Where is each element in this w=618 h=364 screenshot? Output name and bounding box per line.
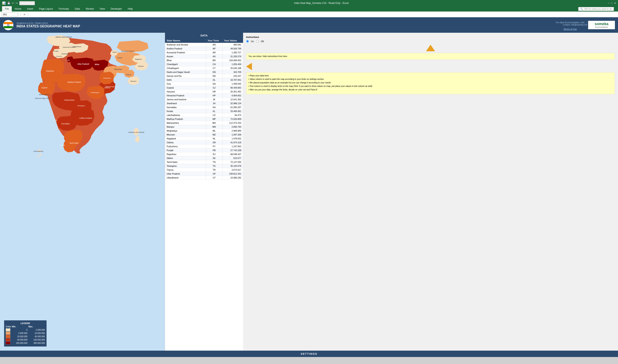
text-cell: UT [206,176,222,180]
svg-text:Dadra and Nagar Haveli: Dadra and Nagar Haveli [35,98,50,99]
table-row[interactable]: Sikkim SK 610.577 [165,156,243,160]
maximize-icon[interactable]: □ [611,2,612,4]
text-cell: BR [206,58,222,62]
tab-developer[interactable]: Developer [108,6,125,12]
cell-reference[interactable] [2,13,18,16]
svg-text:Jharkhand: Jharkhand [103,77,111,79]
legend-max-value: 300.000.000 [28,342,45,344]
legend-color-swatch [6,328,10,331]
legend-max-value: 40.000.000 [28,335,45,338]
table-row[interactable]: Tripura TR 3.673.917 [165,168,243,172]
instructions-off-radio[interactable] [256,40,259,43]
table-row[interactable]: Bihar BR 104.099.452 [165,58,243,62]
legend-row: 100.000.000 300.000.000 [6,342,45,344]
table-row[interactable]: Puducherry PY 1.247.953 [165,144,243,148]
svg-text:Delhi: Delhi [66,59,70,61]
tab-help[interactable]: Help [125,6,136,12]
redo-icon[interactable]: ↪ [16,2,18,4]
tab-review[interactable]: Review [83,6,97,12]
table-row[interactable]: Daman and Diu DD 243.247 [165,74,243,78]
logo-sub: Excel Solutions [595,26,608,28]
table-row[interactable]: Dadra and Nagar Haveli DN 343.709 [165,70,243,74]
text-cell: DD [206,74,222,78]
table-row[interactable]: Assam AS 31.205.576 [165,54,243,58]
table-row[interactable]: Uttar Pradesh UP 199.812.341 [165,172,243,176]
table-row[interactable]: Kerala KL 33.406.061 [165,109,243,113]
formula-input[interactable] [31,13,616,16]
undo-icon[interactable]: ↩ [12,2,14,4]
svg-text:Kerala: Kerala [60,144,65,146]
table-row[interactable]: Andaman and Nicobar AN 380.581 [165,43,243,47]
headings-group[interactable]: Headings ▾ [19,1,35,5]
table-row[interactable]: Delhi DL 16.787.941 [165,78,243,82]
dropdown-icon[interactable]: ▾ [32,2,33,4]
value-cell: 41.974.218 [222,141,243,144]
tip-item: • Place your data here [248,75,613,77]
tab-data[interactable]: Data [72,6,83,12]
table-row[interactable]: Tamil Nadu TN 72.147.030 [165,160,243,164]
value-cell: 61.095.297 [222,105,243,109]
table-row[interactable]: Haryana HR 25.351.462 [165,90,243,94]
svg-text:Andaman and Nicobar: Andaman and Nicobar [128,131,144,133]
table-row[interactable]: Himachal Pradesh HP 6.864.602 [165,94,243,98]
settings-bar: SETTINGS [0,351,618,357]
terms-link[interactable]: Terms of Use [564,28,577,30]
table-row[interactable]: Telangana TG 35.193.978 [165,164,243,168]
legend-min-value: 10.000.000 [12,335,28,338]
table-row[interactable]: Arunachal Pradesh AR 1.383.727 [165,51,243,54]
value-cell: 104.099.452 [222,58,243,62]
value-cell: 32.988.134 [222,102,243,105]
state-name-cell: Dadra and Nagar Haveli [165,70,206,74]
table-row[interactable]: Mizoram MZ 1.097.206 [165,133,243,137]
table-row[interactable]: Chhattisgarh CT 25.545.198 [165,66,243,70]
tab-home[interactable]: Home [12,6,24,12]
tab-file[interactable]: File [2,6,12,12]
table-row[interactable]: Chandigarh CH 1.055.450 [165,62,243,66]
state-name-cell: Lakshadweep [165,113,206,117]
instructions-on-radio[interactable] [246,40,249,43]
value-cell: 25.545.198 [222,66,243,70]
text-cell: DL [206,78,222,82]
tab-formulas[interactable]: Formulas [56,6,72,12]
table-row[interactable]: Maharashtra MH 112.374.333 [165,121,243,125]
fx-label: fx [24,13,26,16]
text-cell: AS [206,54,222,58]
table-row[interactable]: Goa GA 1.458.545 [165,82,243,86]
value-cell: 49.506.799 [222,47,243,51]
tab-page-layout[interactable]: Page Layout [36,6,56,12]
svg-rect-3 [4,26,13,28]
ribbon-search[interactable]: 🔍 Tell me what you want to do [578,7,614,11]
table-row[interactable]: Odisha OR 41.974.218 [165,141,243,144]
close-icon[interactable]: ✕ [614,2,616,4]
data-area[interactable]: DATA State Names Your Texts Your Values … [165,33,243,351]
legend-max-value: 2.000.000 [28,329,45,331]
svg-text:Andhra Pradesh: Andhra Pradesh [79,117,92,119]
tab-view[interactable]: View [97,6,108,12]
col-your-values: Your Values [222,38,243,43]
text-cell: JK [206,98,222,101]
table-row[interactable]: Rajasthan RJ 68.548.437 [165,152,243,156]
state-name-cell: Puducherry [165,144,206,148]
text-cell: DN [206,70,222,74]
table-row[interactable]: Uttarakhand UT 10.086.292 [165,176,243,180]
table-row[interactable]: Jammu and Kashmir JK 12.541.302 [165,98,243,102]
table-row[interactable]: Meghalaya ML 2.966.889 [165,129,243,133]
tips-callout: • Place your data here• Value column is … [246,72,615,94]
minimize-icon[interactable]: ─ [608,2,610,4]
table-row[interactable]: Karnataka KA 61.095.297 [165,105,243,109]
table-row[interactable]: Manipur MN 2.855.794 [165,125,243,129]
save-icon[interactable]: 💾 [7,2,10,4]
table-row[interactable]: Gujarat GJ 60.439.692 [165,86,243,90]
table-row[interactable]: Nagaland NL 1.978.502 [165,137,243,141]
table-row[interactable]: Jharkhand JH 32.988.134 [165,102,243,105]
svg-text:Tripura: Tripura [126,74,131,76]
table-row[interactable]: Lakshadweep LD 64.473 [165,113,243,117]
table-row[interactable]: Andhra Pradesh AP 49.506.799 [165,47,243,51]
instructions-off-label: Off [261,40,264,43]
table-row[interactable]: Punjab PB 27.743.338 [165,148,243,152]
svg-text:Sikkim: Sikkim [112,51,117,53]
tab-insert[interactable]: Insert [24,6,36,12]
state-name-cell: Mizoram [165,133,206,136]
table-row[interactable]: Madhya Pradesh MP 72.626.809 [165,117,243,121]
svg-text:Karnataka: Karnataka [61,123,70,125]
